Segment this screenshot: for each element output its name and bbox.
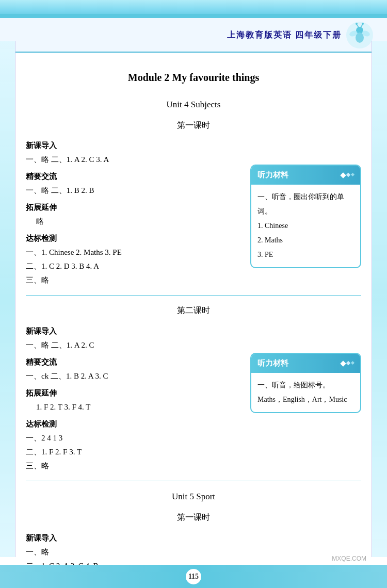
section-tuozhan-2: 拓展延伸 1. F 2. T 3. F 4. T — [26, 386, 227, 414]
heading-xinkdaoru-5: 新课导入 — [26, 534, 57, 542]
audio-line-2-1: Maths，English，Art，Music — [257, 393, 354, 407]
audio-line-1-3: 3. PE — [257, 248, 354, 262]
svg-point-8 — [362, 23, 364, 25]
diamond-3 — [351, 173, 354, 176]
unit4-lesson1-title: 第一课时 — [26, 118, 361, 133]
diamond-1 — [340, 172, 346, 178]
audio-box-2-content: 一、听音，给图标号。 Maths，English，Art，Music — [251, 373, 360, 412]
bottom-bar: 115 — [0, 565, 387, 588]
heading-dabiao-1: 达标检测 — [26, 234, 57, 242]
content-tuozhan-1: 略 — [26, 217, 44, 225]
diamond-2-3 — [351, 361, 354, 365]
audio-box-1-content: 一、听音，圈出你听到的单词。 1. Chinese 2. Maths 3. PE — [251, 185, 360, 267]
content-tuozhan-2: 1. F 2. T 3. F 4. T — [26, 403, 90, 411]
content-dabiao-1c: 三、略 — [26, 276, 49, 284]
heading-tuozhan-2: 拓展延伸 — [26, 389, 57, 397]
heading-jingyao-1: 精要交流 — [26, 172, 57, 181]
audio-box-2-header: 听力材料 — [251, 354, 360, 373]
audio-box-2: 听力材料 一、听音，给图标号。 Maths，English，Art，Music — [250, 353, 361, 413]
svg-point-6 — [356, 23, 358, 25]
top-decoration — [0, 0, 387, 18]
module-title: Module 2 My favourite things — [26, 68, 361, 87]
section-xinkdaoru-2: 新课导入 一、略 二、1. A 2. C — [26, 324, 227, 352]
audio-box-1-header: 听力材料 — [251, 166, 360, 185]
section-jingyao-1: 精要交流 一、略 二、1. B 2. B — [26, 170, 227, 198]
audio-box-2-title: 听力材料 — [257, 356, 288, 370]
divider-1 — [26, 295, 361, 296]
main-content: Module 2 My favourite things Unit 4 Subj… — [0, 53, 387, 586]
section-jingyao-2: 精要交流 一、ck 二、1. B 2. A 3. C — [26, 355, 227, 383]
content-dabiao-1b: 二、1. C 2. D 3. B 4. A — [26, 262, 99, 270]
section-dabiao-2: 达标检测 一、2 4 1 3 二、1. F 2. F 3. T 三、略 — [26, 417, 227, 473]
unit4-title: Unit 4 Subjects — [26, 97, 361, 113]
diamond-2-1 — [340, 361, 346, 366]
content-dabiao-2a: 一、2 4 1 3 — [26, 434, 62, 442]
content-xinkdaoru-1: 一、略 二、1. A 2. C 3. A — [26, 155, 109, 164]
book-title: 上海教育版英语 四年级下册 — [227, 30, 342, 41]
content-dabiao-2b: 二、1. F 2. F 3. T — [26, 448, 82, 456]
fairy-icon — [346, 21, 374, 50]
divider-2 — [26, 481, 361, 481]
content-xinkdaoru-2: 一、略 二、1. A 2. C — [26, 341, 94, 349]
heading-tuozhan-1: 拓展延伸 — [26, 203, 57, 211]
heading-xinkdaoru-2: 新课导入 — [26, 327, 57, 335]
audio-line-1-1: 1. Chinese — [257, 219, 354, 233]
content-jingyao-2: 一、ck 二、1. B 2. A 3. C — [26, 372, 108, 380]
diamond-2-2 — [346, 361, 350, 365]
audio-box-1: 听力材料 一、听音，圈出你听到的单词。 1. Chinese 2. Maths … — [250, 165, 361, 268]
audio-line-2-0: 一、听音，给图标号。 — [257, 378, 354, 393]
audio-diamond-decoration — [341, 173, 354, 177]
content-dabiao-2c: 三、略 — [26, 462, 49, 470]
watermark: MXQE.COM — [332, 555, 366, 562]
audio-box-1-title: 听力材料 — [257, 168, 288, 182]
unit5-lesson1-title: 第一课时 — [26, 510, 361, 525]
left-sidebar-decoration — [0, 41, 15, 557]
unit4-lesson2-title: 第二课时 — [26, 303, 361, 318]
audio-line-1-2: 2. Maths — [257, 233, 354, 248]
audio-diamond-decoration-2 — [341, 362, 354, 366]
content-dabiao-1a: 一、1. Chinese 2. Maths 3. PE — [26, 248, 122, 256]
heading-dabiao-2: 达标检测 — [26, 420, 57, 428]
unit5-title: Unit 5 Sport — [26, 489, 361, 505]
content-jingyao-1: 一、略 二、1. B 2. B — [26, 186, 94, 194]
diamond-2 — [346, 173, 350, 177]
page-number: 115 — [186, 569, 201, 584]
heading-jingyao-2: 精要交流 — [26, 358, 57, 366]
section-tuozhan-1: 拓展延伸 略 — [26, 201, 227, 228]
audio-line-1-0: 一、听音，圈出你听到的单词。 — [257, 190, 354, 219]
content-xinkdaoru-5a: 一、略 — [26, 548, 49, 556]
heading-xinkdaoru-1: 新课导入 — [26, 141, 57, 150]
right-sidebar-decoration — [372, 41, 387, 557]
header: 上海教育版英语 四年级下册 — [0, 18, 387, 53]
section-dabiao-1: 达标检测 一、1. Chinese 2. Maths 3. PE 二、1. C … — [26, 232, 227, 287]
section-xinkdaoru-1: 新课导入 一、略 二、1. A 2. C 3. A — [26, 139, 227, 167]
